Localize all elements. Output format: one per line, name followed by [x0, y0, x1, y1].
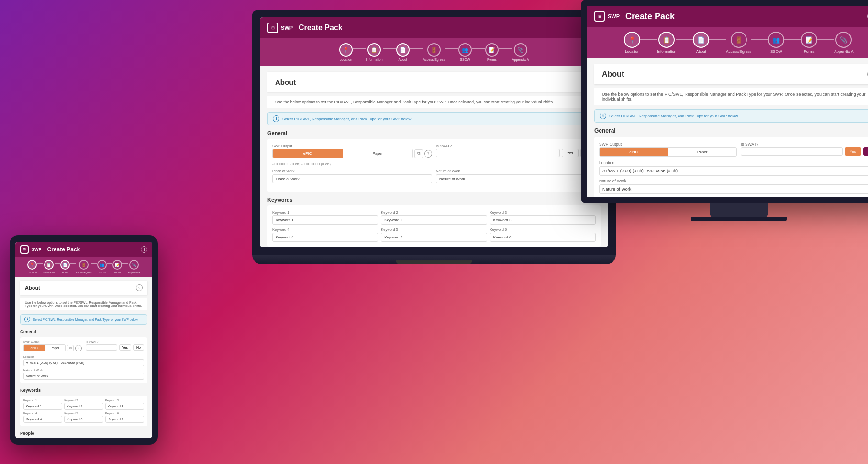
tablet-info-icon[interactable]: ℹ	[141, 246, 147, 253]
monitor-step-information[interactable]: 📋 Information	[657, 32, 676, 54]
monitor-epic-btn[interactable]: ePIC	[600, 148, 668, 156]
tablet-kw5-label: Keyword 5	[64, 412, 103, 415]
laptop-nature-work-input[interactable]: Nature of Work	[436, 174, 596, 183]
monitor-nature-input[interactable]: Nature of Work	[599, 184, 868, 194]
tablet-kw1-input[interactable]: Keyword 1	[23, 403, 62, 410]
tablet-kw4-input[interactable]: Keyword 4	[23, 416, 62, 423]
tablet-kw4-group: Keyword 4 Keyword 4	[23, 412, 62, 423]
laptop-swat-input[interactable]	[436, 149, 560, 157]
laptop-kw4-input[interactable]: Keyword 4	[272, 233, 378, 242]
laptop-paper-btn[interactable]: Paper	[343, 149, 413, 158]
laptop-step-ssow[interactable]: 👥 SSOW	[458, 43, 472, 61]
laptop-toggle-group[interactable]: ePIC Paper	[272, 149, 413, 158]
laptop-step-forms-circle: 📝	[485, 43, 499, 57]
monitor-swat-group: Is SWAT? Yes No	[741, 142, 868, 157]
tablet-toggle-group[interactable]: ePIC Paper	[23, 344, 66, 351]
laptop-swp-row: SWP Output ePIC Paper ⧉ ?	[272, 144, 596, 158]
laptop-step-access-label: Access/Egress	[423, 58, 445, 61]
tablet-connector-6	[122, 263, 128, 264]
tablet-kw5-input[interactable]: Keyword 5	[64, 416, 103, 423]
laptop-step-appendix[interactable]: 📎 Appendix A	[512, 43, 529, 61]
tablet-step-information-circle: 📋	[44, 260, 54, 270]
monitor-app-ui: ⊞ SWP Create Pack ℹ 📍 Location	[587, 6, 868, 197]
tablet-kw2-input[interactable]: Keyword 2	[64, 403, 103, 410]
laptop-keywords-section: Keyword 1 Keyword 1 Keyword 2 Keyword 2 …	[267, 205, 601, 247]
laptop-step-about[interactable]: 📄 About	[396, 43, 410, 61]
laptop-banner-text: Select PIC/SWL, Responsible Manager, and…	[282, 117, 412, 121]
tablet-swat-input[interactable]	[86, 344, 117, 351]
monitor-step-ssow-label: SSOW	[770, 49, 782, 54]
tablet-step-location[interactable]: 📍 Location	[27, 260, 37, 274]
laptop-kw5-input[interactable]: Keyword 5	[381, 233, 487, 242]
monitor-connector-6	[817, 39, 834, 40]
tablet-no-btn[interactable]: No	[133, 344, 144, 351]
monitor-toggle-group[interactable]: ePIC Paper	[599, 147, 737, 157]
tablet-frame: ⊞ SWP Create Pack ℹ 📍 Location 📋 Inf	[10, 235, 158, 445]
laptop-swp-help[interactable]: ?	[424, 150, 432, 158]
monitor-step-forms[interactable]: 📝 Forms	[801, 32, 817, 54]
monitor-yes-btn[interactable]: Yes	[845, 147, 861, 156]
monitor-step-ssow[interactable]: 👥 SSOW	[768, 32, 784, 54]
tablet-kw3-input[interactable]: Keyword 3	[105, 403, 144, 410]
laptop-step-access-circle: 🚪	[427, 43, 441, 57]
monitor-swp-output-group: SWP Output ePIC Paper	[599, 142, 737, 157]
monitor-general-title: General	[594, 127, 868, 134]
tablet-help-icon[interactable]: ?	[136, 284, 143, 291]
tablet-location-label: Location	[23, 355, 144, 358]
laptop-kw1-input[interactable]: Keyword 1	[272, 215, 378, 225]
tablet-step-information-label: Information	[43, 271, 55, 274]
laptop-step-location[interactable]: 📍 Location	[339, 43, 353, 61]
laptop-step-appendix-label: Appendix A	[512, 58, 529, 61]
monitor-swat-input[interactable]	[741, 147, 843, 156]
tablet-swat-field-group: Yes No	[86, 344, 144, 351]
laptop-connector-6	[499, 48, 512, 49]
tablet-step-about[interactable]: 📄 About	[60, 260, 70, 274]
tablet-step-about-circle: 📄	[60, 260, 70, 270]
monitor-description: Use the below options to set the PIC/SWL…	[594, 88, 868, 105]
tablet-kw6-input[interactable]: Keyword 6	[105, 416, 144, 423]
tablet-swat-label: Is SWAT?	[86, 340, 144, 343]
tablet-keywords-section: Keyword 1 Keyword 1 Keyword 2 Keyword 2 …	[20, 396, 147, 426]
laptop-connector-1	[353, 48, 366, 49]
monitor-step-location[interactable]: 📍 Location	[624, 32, 640, 54]
monitor-paper-btn[interactable]: Paper	[668, 148, 737, 156]
tablet-location-input[interactable]: AT/MS 1 (0.00) (0 ch) - 532.4956 (0 ch)	[23, 359, 144, 366]
tablet-connector-1	[37, 263, 43, 264]
laptop-page-title-bar: About ?	[267, 72, 601, 92]
laptop-yes-btn[interactable]: Yes	[562, 149, 579, 157]
laptop-connector-4	[445, 48, 458, 49]
tablet-swp-output-group: SWP Output ePIC Paper ⧉ ?	[23, 340, 82, 351]
tablet-paper-btn[interactable]: Paper	[45, 345, 66, 351]
laptop-place-work-input[interactable]: Place of Work	[272, 174, 432, 183]
tablet-step-information[interactable]: 📋 Information	[43, 260, 55, 274]
monitor-no-btn[interactable]: No	[863, 147, 868, 156]
monitor-step-about[interactable]: 📄 About	[693, 32, 709, 54]
tablet-step-ssow[interactable]: 👥 SSOW	[97, 260, 107, 274]
monitor-location-input[interactable]: AT/MS 1 (0.00) (0 ch) - 532.4956 (0 ch)	[599, 166, 868, 176]
laptop-step-access[interactable]: 🚪 Access/Egress	[423, 43, 445, 61]
monitor-step-appendix-label: Appendix A	[834, 49, 853, 54]
laptop-kw3-input[interactable]: Keyword 3	[490, 215, 596, 225]
tablet-step-access[interactable]: 🚪 Access/Egress	[76, 260, 91, 274]
tablet-page-title: About	[25, 285, 40, 291]
monitor-step-access[interactable]: 🚪 Access/Egress	[726, 32, 751, 54]
monitor-step-appendix[interactable]: 📎 Appendix A	[834, 32, 853, 54]
laptop-step-location-circle: 📍	[339, 43, 353, 57]
laptop-epic-btn[interactable]: ePIC	[273, 149, 343, 158]
tablet-nature-label: Nature of Work	[23, 369, 144, 372]
tablet-yes-btn[interactable]: Yes	[119, 344, 131, 351]
tablet-banner-text: Select PIC/SWL, Responsible Manager, and…	[33, 318, 138, 321]
tablet-nature-input[interactable]: Nature of Work	[23, 373, 144, 380]
tablet-swp-help[interactable]: ?	[75, 345, 82, 351]
laptop-step-forms[interactable]: 📝 Forms	[485, 43, 499, 61]
tablet-step-forms[interactable]: 📝 Forms	[112, 260, 122, 274]
tablet-epic-btn[interactable]: ePIC	[24, 345, 45, 351]
monitor-step-access-label: Access/Egress	[726, 49, 751, 54]
laptop-kw2-input[interactable]: Keyword 2	[381, 215, 487, 225]
laptop-copy-btn[interactable]: ⧉	[414, 149, 423, 158]
laptop-kw6-input[interactable]: Keyword 6	[490, 233, 596, 242]
laptop-step-information[interactable]: 📋 Information	[366, 43, 383, 61]
tablet-copy-btn[interactable]: ⧉	[67, 345, 74, 351]
tablet-step-appendix[interactable]: 📎 Appendix A	[128, 260, 140, 274]
laptop-app-header: ⊞ SWP Create Pack ℹ	[260, 17, 608, 38]
